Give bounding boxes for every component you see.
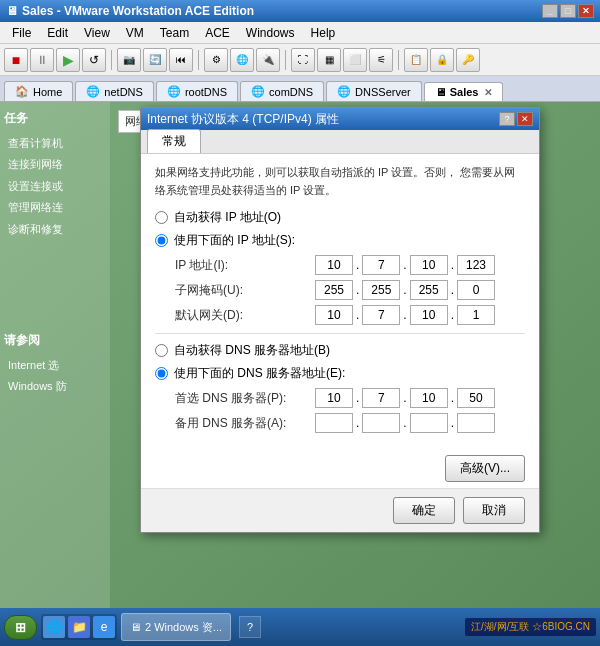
toolbar-btn-extra1[interactable]: 📋 [404, 48, 428, 72]
taskbar-icon-ie[interactable]: e [93, 616, 115, 638]
toolbar-btn-usb[interactable]: 🔌 [256, 48, 280, 72]
toolbar-btn-view3[interactable]: ⚟ [369, 48, 393, 72]
subnet-c[interactable] [410, 280, 448, 300]
adns-dot-1: . [356, 416, 359, 430]
tab-comdns[interactable]: 🌐 comDNS [240, 81, 324, 101]
pdns-dot-2: . [403, 391, 406, 405]
manual-dns-radio[interactable] [155, 367, 168, 380]
maximize-button[interactable]: □ [560, 4, 576, 18]
taskbar-app-windows[interactable]: 🖥 2 Windows 资... [121, 613, 231, 641]
auto-ip-radio[interactable] [155, 211, 168, 224]
adns-c[interactable] [410, 413, 448, 433]
toolbar-btn-snapshot3[interactable]: ⏮ [169, 48, 193, 72]
toolbar-btn-network[interactable]: 🌐 [230, 48, 254, 72]
pdns-a[interactable] [315, 388, 353, 408]
subnet-row: 子网掩码(U): . . . [175, 280, 525, 300]
toolbar-btn-view2[interactable]: ⬜ [343, 48, 367, 72]
taskbar-app-icon: 🖥 [130, 621, 141, 633]
adns-a[interactable] [315, 413, 353, 433]
pdns-d[interactable] [457, 388, 495, 408]
toolbar-btn-snapshot2[interactable]: 🔄 [143, 48, 167, 72]
sidebar-item-2[interactable]: 设置连接或 [4, 176, 106, 197]
manual-dns-option[interactable]: 使用下面的 DNS 服务器地址(E): [155, 365, 525, 382]
sidebar-help-item-1[interactable]: Windows 防 [4, 376, 106, 397]
sidebar-item-4[interactable]: 诊断和修复 [4, 219, 106, 240]
dialog-tab-bar: 常规 [141, 130, 539, 154]
subnet-b[interactable] [362, 280, 400, 300]
primary-dns-inputs: . . . [315, 388, 495, 408]
ip-d[interactable] [457, 255, 495, 275]
adns-dot-2: . [403, 416, 406, 430]
start-button[interactable]: ⊞ [4, 615, 37, 640]
menu-vm[interactable]: VM [118, 24, 152, 42]
menu-file[interactable]: File [4, 24, 39, 42]
primary-dns-row: 首选 DNS 服务器(P): . . . [175, 388, 525, 408]
toolbar-btn-snapshot1[interactable]: 📷 [117, 48, 141, 72]
gw-dot-2: . [403, 308, 406, 322]
dialog-close-button[interactable]: ✕ [517, 112, 533, 126]
toolbar-sep4 [398, 50, 399, 70]
subnet-d[interactable] [457, 280, 495, 300]
dialog-tab-general[interactable]: 常规 [147, 129, 201, 153]
dialog-help-button[interactable]: ? [499, 112, 515, 126]
advanced-button[interactable]: 高级(V)... [445, 455, 525, 482]
sidebar: 任务 查看计算机 连接到网络 设置连接或 管理网络连 诊断和修复 请参阅 Int… [0, 102, 110, 608]
auto-ip-option[interactable]: 自动获得 IP 地址(O) [155, 209, 525, 226]
tab-home[interactable]: 🏠 Home [4, 81, 73, 101]
pdns-b[interactable] [362, 388, 400, 408]
gw-b[interactable] [362, 305, 400, 325]
manual-ip-option[interactable]: 使用下面的 IP 地址(S): [155, 232, 525, 249]
taskbar-icon-folder[interactable]: 📁 [68, 616, 90, 638]
menu-edit[interactable]: Edit [39, 24, 76, 42]
gw-a[interactable] [315, 305, 353, 325]
toolbar-btn-stop[interactable]: ■ [4, 48, 28, 72]
menu-windows[interactable]: Windows [238, 24, 303, 42]
toolbar-btn-restart[interactable]: ↺ [82, 48, 106, 72]
auto-dns-option[interactable]: 自动获得 DNS 服务器地址(B) [155, 342, 525, 359]
adns-b[interactable] [362, 413, 400, 433]
manual-ip-radio[interactable] [155, 234, 168, 247]
sidebar-help-item-0[interactable]: Internet 选 [4, 355, 106, 376]
sidebar-item-1[interactable]: 连接到网络 [4, 154, 106, 175]
tab-sales-close[interactable]: ✕ [484, 87, 492, 98]
toolbar-btn-play[interactable]: ▶ [56, 48, 80, 72]
menu-team[interactable]: Team [152, 24, 197, 42]
menu-ace[interactable]: ACE [197, 24, 238, 42]
dialog-tcp-ipv4: Internet 协议版本 4 (TCP/IPv4) 属性 ? ✕ 常规 如果网… [140, 107, 540, 533]
menu-help[interactable]: Help [303, 24, 344, 42]
sidebar-item-0[interactable]: 查看计算机 [4, 133, 106, 154]
taskbar-question[interactable]: ? [239, 616, 261, 638]
gw-c[interactable] [410, 305, 448, 325]
adns-d[interactable] [457, 413, 495, 433]
toolbar-btn-settings[interactable]: ⚙ [204, 48, 228, 72]
tab-sales[interactable]: 🖥 Sales ✕ [424, 82, 504, 101]
close-button[interactable]: ✕ [578, 4, 594, 18]
ok-button[interactable]: 确定 [393, 497, 455, 524]
subnet-a[interactable] [315, 280, 353, 300]
ip-c[interactable] [410, 255, 448, 275]
tab-dnsserver[interactable]: 🌐 DNSServer [326, 81, 422, 101]
menu-view[interactable]: View [76, 24, 118, 42]
toolbar-btn-view1[interactable]: ▦ [317, 48, 341, 72]
gw-dot-1: . [356, 308, 359, 322]
ip-address-inputs: . . . [315, 255, 495, 275]
ip-b[interactable] [362, 255, 400, 275]
pdns-c[interactable] [410, 388, 448, 408]
toolbar-btn-extra2[interactable]: 🔒 [430, 48, 454, 72]
auto-dns-radio[interactable] [155, 344, 168, 357]
cancel-button[interactable]: 取消 [463, 497, 525, 524]
taskbar-icon-browser[interactable]: 🌐 [43, 616, 65, 638]
minimize-button[interactable]: _ [542, 4, 558, 18]
title-bar: 🖥 Sales - VMware Workstation ACE Edition… [0, 0, 600, 22]
toolbar-btn-full[interactable]: ⛶ [291, 48, 315, 72]
tab-netdns[interactable]: 🌐 netDNS [75, 81, 154, 101]
app-title: Sales - VMware Workstation ACE Edition [22, 4, 254, 18]
watermark-text: 江/湖/网/互联 ☆6BIOG.CN [465, 618, 596, 636]
sidebar-item-3[interactable]: 管理网络连 [4, 197, 106, 218]
toolbar-btn-extra3[interactable]: 🔑 [456, 48, 480, 72]
menu-bar: File Edit View VM Team ACE Windows Help [0, 22, 600, 44]
tab-rootdns[interactable]: 🌐 rootDNS [156, 81, 238, 101]
toolbar-btn-pause[interactable]: ⏸ [30, 48, 54, 72]
gw-d[interactable] [457, 305, 495, 325]
ip-a[interactable] [315, 255, 353, 275]
